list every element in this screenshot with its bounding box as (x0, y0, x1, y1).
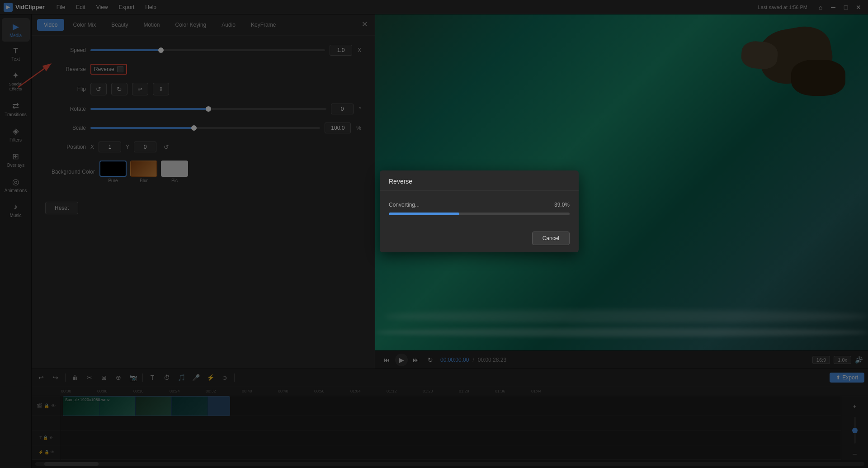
converting-text: Converting... (389, 202, 420, 208)
cancel-button[interactable]: Cancel (532, 232, 570, 245)
modal-footer: Cancel (380, 226, 579, 252)
modal-title: Reverse (380, 170, 579, 191)
reverse-modal: Reverse Converting... 39.0% Cancel (380, 170, 579, 252)
progress-percent: 39.0% (554, 202, 570, 208)
modal-body: Converting... 39.0% (380, 191, 579, 226)
progress-bar-background (389, 213, 570, 215)
progress-bar-fill (389, 213, 459, 215)
modal-progress-row: Converting... 39.0% (389, 202, 570, 208)
modal-overlay: Reverse Converting... 39.0% Cancel (0, 0, 868, 468)
